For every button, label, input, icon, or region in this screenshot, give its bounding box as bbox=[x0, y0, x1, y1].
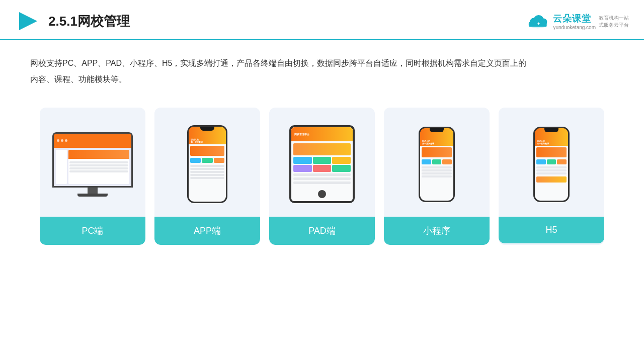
brand-logo: ✦ 云朵课堂 yunduoketang.com 教育机构一站式服务云平台 bbox=[526, 13, 629, 30]
logo-arrow-icon bbox=[15, 9, 39, 33]
card-pc-label: PC端 bbox=[40, 217, 145, 245]
header-left: 2.5.1网校管理 bbox=[15, 9, 130, 33]
brand-name: 云朵课堂 bbox=[553, 13, 596, 25]
brand-area: ✦ 云朵课堂 yunduoketang.com 教育机构一站式服务云平台 bbox=[526, 13, 629, 30]
phone-mockup-app: 职进人的第一堂兴趣课 bbox=[187, 125, 227, 203]
page-header: 2.5.1网校管理 ✦ 云朵课堂 yunduoketang.com 教育机构一站… bbox=[0, 0, 644, 40]
card-pad-image: 网校管理平台 bbox=[269, 118, 375, 211]
card-app-label: APP端 bbox=[154, 217, 260, 245]
card-pad: 网校管理平台 bbox=[269, 108, 375, 245]
card-pc-image bbox=[40, 118, 145, 211]
svg-text:✦: ✦ bbox=[537, 22, 540, 26]
description-text: 网校支持PC、APP、PAD、小程序、H5，实现多端打通，产品各终端自由切换，数… bbox=[30, 55, 533, 87]
card-app-image: 职进人的第一堂兴趣课 bbox=[154, 118, 260, 211]
svg-marker-0 bbox=[19, 12, 37, 30]
card-h5-label: H5 bbox=[499, 217, 604, 243]
page-title: 2.5.1网校管理 bbox=[48, 13, 130, 30]
cloud-icon: ✦ bbox=[526, 13, 550, 29]
phone-mockup-miniapp: 职进人的第一堂兴趣课 bbox=[419, 127, 455, 202]
card-h5: 职进人的第一堂兴趣课 bbox=[499, 108, 604, 245]
card-miniapp-label: 小程序 bbox=[384, 217, 490, 245]
card-h5-image: 职进人的第一堂兴趣课 bbox=[499, 118, 604, 211]
brand-sub: 教育机构一站式服务云平台 bbox=[599, 15, 629, 29]
pc-monitor bbox=[52, 132, 133, 188]
tablet-mockup: 网校管理平台 bbox=[289, 125, 355, 203]
brand-url: yunduoketang.com bbox=[553, 25, 596, 30]
pc-mockup bbox=[52, 132, 133, 197]
card-miniapp-image: 职进人的第一堂兴趣课 bbox=[384, 118, 490, 211]
platform-cards: PC端 职进人的第一堂兴趣课 bbox=[30, 108, 614, 245]
phone-mockup-h5: 职进人的第一堂兴趣课 bbox=[533, 127, 570, 202]
card-miniapp: 职进人的第一堂兴趣课 bbox=[384, 108, 490, 245]
card-pad-label: PAD端 bbox=[269, 217, 375, 245]
card-pc: PC端 bbox=[40, 108, 145, 245]
main-content: 网校支持PC、APP、PAD、小程序、H5，实现多端打通，产品各终端自由切换，数… bbox=[0, 40, 644, 255]
card-app: 职进人的第一堂兴趣课 bbox=[154, 108, 260, 245]
